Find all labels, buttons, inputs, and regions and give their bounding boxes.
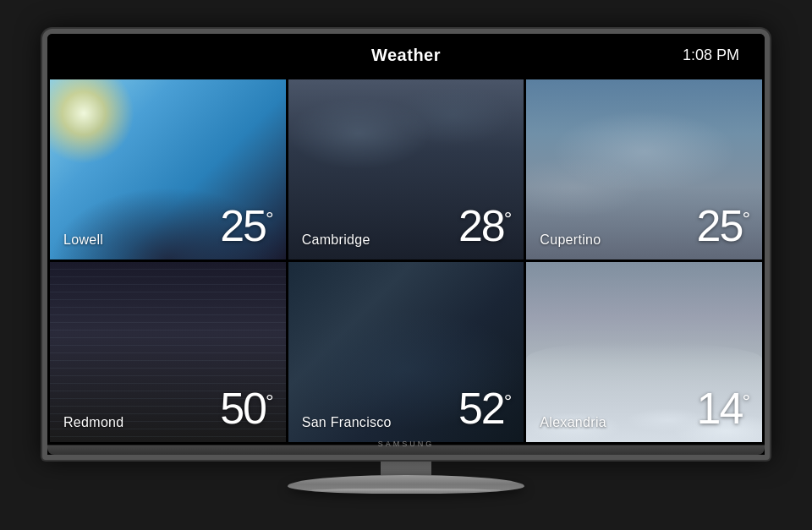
tv-bezel: Weather 1:08 PM Lowell 25° (47, 34, 765, 455)
weather-cell-cambridge[interactable]: Cambridge 28° (288, 79, 524, 260)
temperature: 28° (458, 204, 510, 248)
app-header: Weather 1:08 PM (47, 34, 765, 77)
tv-screen: Weather 1:08 PM Lowell 25° (42, 29, 770, 460)
cell-content: San Francisco 52° (288, 262, 524, 442)
tv-stand-neck (381, 460, 431, 475)
temperature: 52° (458, 386, 510, 430)
weather-cell-sf[interactable]: San Francisco 52° (288, 262, 524, 442)
city-name: Lowell (63, 232, 103, 248)
cell-content: Alexandria 14° (526, 262, 762, 442)
current-time: 1:08 PM (683, 46, 739, 64)
weather-cell-redmond[interactable]: Redmond 50° (50, 262, 286, 442)
city-name: Alexandria (540, 415, 606, 430)
cell-content: Cupertino 25° (526, 79, 762, 260)
cell-content: Cambridge 28° (288, 79, 524, 260)
city-name: Cambridge (302, 232, 370, 248)
brand-logo: SAMSUNG (378, 440, 435, 448)
tv-bottom-bar: SAMSUNG (47, 445, 765, 455)
weather-cell-cupertino[interactable]: Cupertino 25° (526, 79, 762, 260)
city-name: San Francisco (302, 415, 392, 430)
cell-content: Redmond 50° (50, 262, 286, 442)
weather-cell-lowell[interactable]: Lowell 25° (50, 79, 286, 260)
app-title: Weather (371, 46, 441, 65)
weather-cell-alexandria[interactable]: Alexandria 14° (526, 262, 762, 442)
tv-stand-base (288, 475, 524, 494)
temperature: 25° (697, 204, 749, 248)
weather-grid: Lowell 25° Cambridge 2 (47, 77, 765, 445)
temperature: 25° (220, 204, 272, 248)
city-name: Cupertino (540, 232, 601, 248)
tv-display: Weather 1:08 PM Lowell 25° (42, 29, 770, 502)
city-name: Redmond (63, 415, 123, 430)
temperature: 50° (220, 386, 272, 430)
temperature: 14° (697, 386, 749, 430)
cell-content: Lowell 25° (50, 79, 286, 260)
